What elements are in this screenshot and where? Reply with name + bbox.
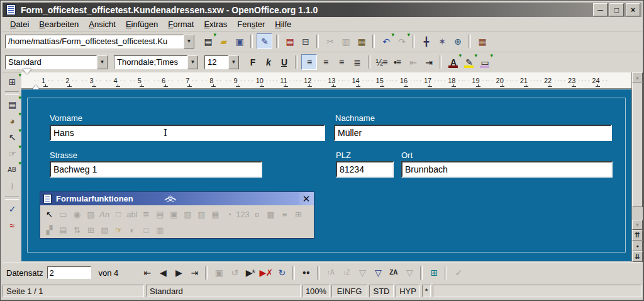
wizard-toggle-icon[interactable]: ▥ xyxy=(153,224,167,237)
currency-field-icon[interactable]: ¤ xyxy=(250,208,264,222)
find-record-icon[interactable]: ●● xyxy=(299,266,313,280)
open-icon[interactable]: ▰ xyxy=(216,34,231,48)
text-box-icon[interactable]: abl xyxy=(125,208,139,222)
redo-icon[interactable]: ↷ xyxy=(394,34,409,48)
sort-icon[interactable]: ZA xyxy=(386,266,401,280)
menu-einfuegen[interactable]: Einfügen xyxy=(121,18,163,30)
previous-record-icon[interactable]: ◀ xyxy=(155,266,170,280)
stylist-icon[interactable]: ✶ xyxy=(435,34,449,48)
new-document-icon[interactable]: ▤ xyxy=(201,34,215,48)
status-insert-mode[interactable]: EINFG xyxy=(331,285,367,297)
form-field-nachname[interactable]: Müller xyxy=(334,125,612,141)
sort-ascending-icon[interactable]: ↑A xyxy=(323,266,338,280)
table-control-icon[interactable]: ⊞ xyxy=(291,208,305,222)
scrollbar-track[interactable] xyxy=(632,207,643,220)
form-functions-icon[interactable]: ☞ xyxy=(4,146,20,161)
dropdown-arrow-icon[interactable]: ▼ xyxy=(228,55,239,69)
open-design-mode-icon[interactable]: ◐ xyxy=(125,224,139,237)
dropdown-arrow-icon[interactable]: ▼ xyxy=(184,35,194,48)
control-focus-icon[interactable]: □ xyxy=(139,224,153,237)
italic-icon[interactable]: k xyxy=(261,55,275,69)
list-box-icon[interactable]: ≣ xyxy=(139,208,153,222)
radio-button-icon[interactable]: ◉ xyxy=(70,208,84,222)
date-field-icon[interactable]: ▦ xyxy=(208,208,222,222)
vertical-scrollbar[interactable]: ▲ ▼ ⇈ ● ⇊ xyxy=(631,72,643,262)
menu-ansicht[interactable]: Ansicht xyxy=(84,18,121,30)
time-field-icon[interactable]: ◔ xyxy=(222,208,236,222)
save-icon[interactable]: ▣ xyxy=(232,34,247,48)
status-page-style[interactable]: Standard xyxy=(146,285,301,297)
indent-marker[interactable] xyxy=(23,74,31,86)
add-field-icon[interactable]: ⊞ xyxy=(84,224,97,237)
dropdown-arrow-icon[interactable]: ▼ xyxy=(97,55,108,69)
menu-extras[interactable]: Extras xyxy=(199,18,232,30)
record-number-input[interactable] xyxy=(47,266,91,279)
scroll-down-icon[interactable]: ▼ xyxy=(632,220,643,230)
menu-bearbeiten[interactable]: Bearbeiten xyxy=(34,18,84,30)
select-icon[interactable]: ↖ xyxy=(42,208,56,222)
font-size-input[interactable] xyxy=(204,55,228,69)
underline-icon[interactable]: U xyxy=(277,55,291,69)
form-properties-icon[interactable]: ▧ xyxy=(97,224,111,237)
align-left-icon[interactable]: ≡ xyxy=(301,54,317,70)
formatted-field-icon[interactable]: ≡ xyxy=(277,208,291,222)
numeric-field-icon[interactable]: 123 xyxy=(236,208,250,222)
font-size-combobox[interactable]: ▼ xyxy=(204,55,239,69)
decrease-indent-icon[interactable]: ⇤ xyxy=(406,55,420,69)
apply-filter-icon[interactable]: ✓ xyxy=(451,266,465,280)
url-input[interactable] xyxy=(5,35,184,48)
gallery-icon[interactable]: ▦ xyxy=(475,34,489,48)
group-box-icon[interactable]: □ xyxy=(111,208,125,222)
combo-box-icon[interactable]: ▤ xyxy=(153,208,167,222)
previous-page-icon[interactable]: ⇈ xyxy=(632,230,643,241)
numbered-list-icon[interactable]: ½≡ xyxy=(374,55,389,69)
font-name-input[interactable] xyxy=(114,55,187,69)
align-center-icon[interactable]: ≡ xyxy=(318,55,333,69)
form-field-vorname[interactable]: Hans xyxy=(50,125,325,141)
standard-filter-icon[interactable]: ▽ xyxy=(370,266,385,280)
status-zoom[interactable]: 100% xyxy=(303,285,330,297)
font-name-combobox[interactable]: ▼ xyxy=(114,55,198,69)
pattern-field-icon[interactable]: ▩ xyxy=(264,208,277,222)
bullet-list-icon[interactable]: •≡ xyxy=(390,55,404,69)
status-selection-mode[interactable]: STD xyxy=(369,285,394,297)
draw-functions-icon[interactable]: ↖ xyxy=(4,130,20,145)
form-field-strasse[interactable]: Bachweg 1 xyxy=(50,161,262,178)
navigator-icon[interactable]: ╋ xyxy=(419,34,433,48)
hyperlink-dialog-icon[interactable]: ⊕ xyxy=(450,34,465,48)
first-line-indent-marker[interactable] xyxy=(23,69,31,85)
maximize-button[interactable]: □ xyxy=(609,3,624,16)
title-bar[interactable]: Form_officetest_officetest.Kundenadresse… xyxy=(3,3,641,17)
undo-icon[interactable]: ↶ xyxy=(379,34,393,48)
remove-filter-icon[interactable]: ▽ xyxy=(402,266,416,280)
check-box-icon[interactable]: ▨ xyxy=(84,208,97,222)
insert-object-icon[interactable]: ◕ xyxy=(4,113,20,128)
form-field-ort[interactable]: Brunnbach xyxy=(401,161,613,178)
dropdown-arrow-icon[interactable]: ▼ xyxy=(187,55,198,69)
control-properties-icon[interactable]: ▤ xyxy=(56,224,70,237)
bold-icon[interactable]: F xyxy=(245,55,260,69)
menu-datei[interactable]: Datei xyxy=(5,18,34,30)
new-record-icon[interactable]: ▶* xyxy=(243,266,257,280)
file-selection-icon[interactable]: ▥ xyxy=(194,208,208,222)
export-pdf-icon[interactable]: ▤ xyxy=(282,34,297,48)
highlight-icon[interactable]: ✎ xyxy=(462,55,476,69)
form-field-plz[interactable]: 81234 xyxy=(336,161,394,178)
sort-descending-icon[interactable]: ↓Z xyxy=(339,266,353,280)
save-record-icon[interactable]: ▣ xyxy=(211,266,226,280)
image-button-icon[interactable]: ▣ xyxy=(167,208,180,222)
horizontal-ruler[interactable]: 123456789101112131415161718192021222324 xyxy=(21,72,631,89)
align-justify-icon[interactable]: ≣ xyxy=(350,55,364,69)
undo-entry-icon[interactable]: ↺ xyxy=(227,266,242,280)
edit-file-icon[interactable]: ✎ xyxy=(257,33,272,49)
font-color-icon[interactable]: A xyxy=(446,55,460,69)
autospellcheck-icon[interactable]: ≈ xyxy=(4,218,20,233)
close-button[interactable]: × xyxy=(626,3,640,16)
form-navigator-icon[interactable]: ▞ xyxy=(42,224,56,237)
design-mode-icon[interactable]: ☞ xyxy=(111,224,125,237)
first-record-icon[interactable]: ⇤ xyxy=(140,266,154,280)
url-combobox[interactable]: ▼ xyxy=(5,35,194,48)
paste-icon[interactable]: ▦ xyxy=(354,34,369,48)
increase-indent-icon[interactable]: ⇥ xyxy=(421,55,436,69)
insert-icon[interactable]: ▤ xyxy=(4,97,20,112)
